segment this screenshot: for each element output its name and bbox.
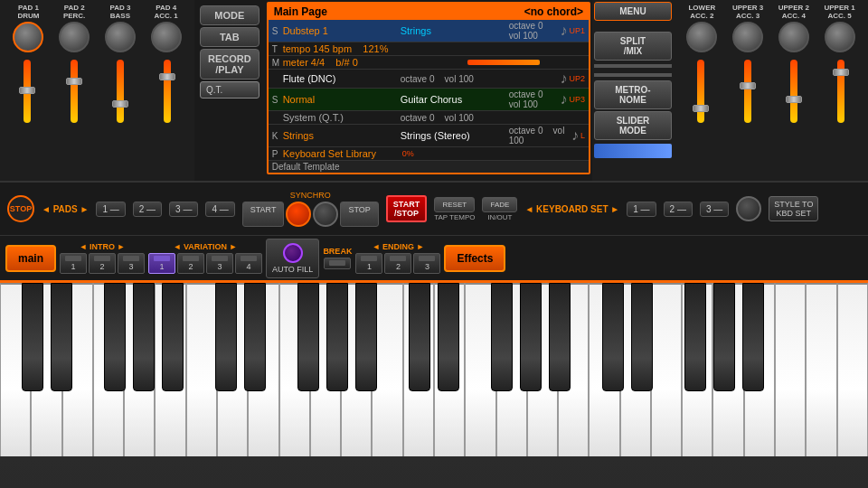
- controls-strip: STOP ◄ PADS ► 1 — 2 — 3 — 4 — SYNCHRO ST…: [0, 181, 868, 235]
- slider4-track[interactable]: [164, 60, 171, 123]
- tab-button[interactable]: TAB: [200, 27, 259, 47]
- variation-btn-4[interactable]: 4: [235, 253, 262, 274]
- black-key-ds1[interactable]: [51, 283, 72, 391]
- fade-button[interactable]: FADE: [482, 197, 517, 212]
- slider1-track[interactable]: [24, 60, 31, 123]
- display-row-6[interactable]: K Strings Strings (Stereo) octave 0 vol …: [269, 125, 589, 147]
- mode-button[interactable]: MODE: [200, 5, 259, 25]
- auto-fill-round[interactable]: [283, 243, 303, 263]
- intro-btn-2[interactable]: 2: [89, 253, 116, 274]
- metronome-button[interactable]: METRO-NOME: [594, 80, 672, 109]
- display-row-3[interactable]: Flute (DNC) octave 0 vol 100 ♪ UP2: [269, 70, 589, 89]
- right-pad4-button[interactable]: [825, 22, 855, 52]
- black-key-as2[interactable]: [355, 283, 377, 391]
- black-key-as4[interactable]: [742, 283, 764, 391]
- black-key-fs1[interactable]: [104, 283, 126, 391]
- ending-section: ◄ ENDING ► 1 2 3: [355, 242, 440, 274]
- black-key-ds3[interactable]: [438, 283, 459, 391]
- pad4-button[interactable]: [151, 22, 182, 52]
- kbd-btn-2[interactable]: 2 —: [664, 202, 693, 217]
- pad3-sub: BASS: [110, 12, 130, 20]
- split-mix-button[interactable]: SPLIT/MIX: [594, 32, 672, 61]
- kbd-btn-4-round[interactable]: [736, 196, 761, 221]
- white-key-a4[interactable]: [806, 283, 836, 456]
- kbd-btn-1[interactable]: 1 —: [627, 202, 656, 217]
- variation-btn-3[interactable]: 3: [206, 253, 233, 274]
- slider-mode-button[interactable]: SLIDERMODE: [594, 111, 672, 140]
- black-key-cs2[interactable]: [215, 283, 237, 391]
- record-play-button[interactable]: RECORD/PLAY: [200, 49, 259, 80]
- black-key-ds2[interactable]: [244, 283, 266, 391]
- slider3-track[interactable]: [117, 60, 124, 123]
- variation-btn-1[interactable]: 1: [148, 253, 175, 274]
- auto-fill-button[interactable]: AUTO FILL: [266, 239, 319, 278]
- pad-btn-4[interactable]: 4 —: [205, 202, 234, 217]
- stop-button[interactable]: STOP: [7, 195, 34, 222]
- synchro-start-round[interactable]: [286, 202, 311, 227]
- pad2-button[interactable]: [59, 22, 90, 52]
- main-button[interactable]: main: [5, 245, 56, 272]
- right-slider2-track[interactable]: [744, 60, 751, 123]
- reset-button[interactable]: RESET: [434, 197, 475, 212]
- synchro-stop-button[interactable]: STOP: [340, 202, 378, 227]
- effects-button[interactable]: Effects: [444, 245, 505, 272]
- kbd-btn-3[interactable]: 3 —: [700, 202, 729, 217]
- black-key-gs1[interactable]: [133, 283, 155, 391]
- style-to-kbd-button[interactable]: STYLE TOKBD SET: [769, 196, 818, 221]
- display-row-0[interactable]: S Dubstep 1 Strings octave 0 vol 100 ♪ U…: [269, 20, 589, 42]
- ending-buttons: 1 2 3: [355, 253, 440, 274]
- pad1-button[interactable]: [13, 22, 43, 52]
- ending-btn-1[interactable]: 1: [355, 253, 382, 274]
- right-pad3-group: UPPER 2 ACC. 4: [771, 4, 816, 54]
- black-key-fs4[interactable]: [684, 283, 706, 391]
- display-row-7[interactable]: P Keyboard Set Library 0%: [269, 147, 589, 161]
- variation-btn-2[interactable]: 2: [177, 253, 204, 274]
- black-key-gs4[interactable]: [713, 283, 735, 391]
- slider2-track[interactable]: [71, 60, 78, 123]
- black-key-ds4[interactable]: [631, 283, 653, 391]
- slider4: [164, 60, 171, 175]
- variation-strip: main ◄ INTRO ► 1 2 3 ◄ VARIATION ► 1: [0, 235, 868, 280]
- ending-btn-3[interactable]: 3: [413, 253, 440, 274]
- black-key-as1[interactable]: [162, 283, 184, 391]
- right-slider4: [837, 60, 844, 175]
- row6-extra: octave 0 vol 100: [509, 126, 568, 145]
- black-key-cs4[interactable]: [602, 283, 624, 391]
- synchro-stop-round[interactable]: [313, 202, 338, 227]
- display-row-4[interactable]: S Normal Guitar Chorus octave 0 vol 100 …: [269, 89, 589, 111]
- break-btn-1[interactable]: [324, 258, 351, 269]
- white-key-b1[interactable]: [186, 283, 217, 456]
- pad-btn-2[interactable]: 2 —: [133, 202, 162, 217]
- black-key-as3[interactable]: [549, 283, 571, 391]
- start-stop-button[interactable]: START/STOP: [386, 195, 427, 222]
- black-key-fs2[interactable]: [297, 283, 319, 391]
- intro-btn-3[interactable]: 3: [118, 253, 145, 274]
- right-slider4-track[interactable]: [837, 60, 844, 123]
- display-row-2[interactable]: M meter 4/4 b/# 0: [269, 56, 589, 70]
- right-slider1-track[interactable]: [697, 60, 704, 123]
- black-key-cs1[interactable]: [22, 283, 43, 391]
- intro-btn-1[interactable]: 1: [60, 253, 87, 274]
- pad-btn-3[interactable]: 3 —: [169, 202, 198, 217]
- display-row-1[interactable]: T tempo 145 bpm 121%: [269, 42, 589, 56]
- white-key-g4[interactable]: [775, 283, 806, 456]
- qt-button[interactable]: Q.T.: [200, 81, 259, 99]
- break-section: BREAK: [323, 247, 352, 269]
- pad-btn-1[interactable]: 1 —: [96, 202, 125, 217]
- display-row-5[interactable]: System (Q.T.) octave 0 vol 100: [269, 111, 589, 125]
- menu-button[interactable]: MENU: [594, 2, 672, 21]
- white-key-b4[interactable]: [837, 283, 868, 456]
- ending-btn-2[interactable]: 2: [384, 253, 411, 274]
- black-key-gs2[interactable]: [326, 283, 348, 391]
- black-key-fs3[interactable]: [491, 283, 513, 391]
- right-pad1-button[interactable]: [686, 22, 717, 52]
- black-key-gs3[interactable]: [520, 283, 542, 391]
- right-slider3-track[interactable]: [790, 60, 797, 123]
- right-pad3-button[interactable]: [778, 22, 809, 52]
- synchro-start-button[interactable]: START: [242, 202, 285, 227]
- white-key-c4[interactable]: [651, 283, 682, 456]
- pad4-label: PAD 4: [156, 4, 176, 12]
- black-key-cs3[interactable]: [409, 283, 430, 391]
- right-pad2-button[interactable]: [732, 22, 763, 52]
- pad3-button[interactable]: [105, 22, 136, 52]
